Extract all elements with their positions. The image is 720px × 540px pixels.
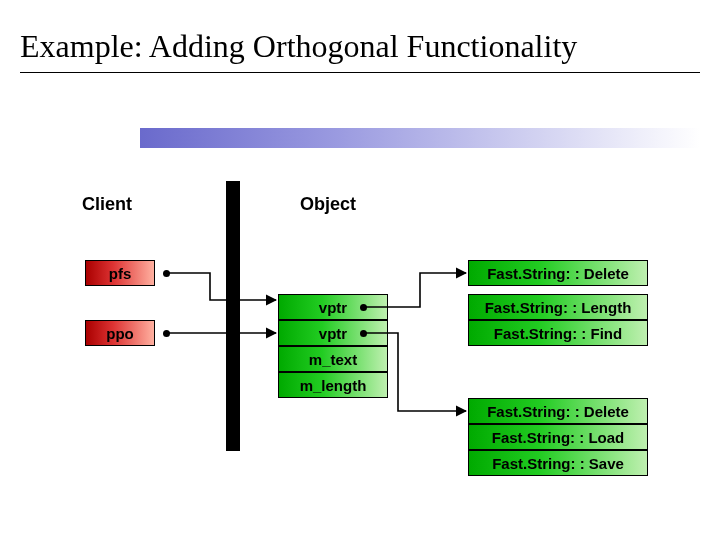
pointer-dot — [360, 330, 367, 337]
vtable1-m1: Fast.String: : Length — [485, 299, 632, 316]
object-vptr1-label: vptr — [319, 299, 347, 316]
object-m-text-label: m_text — [309, 351, 357, 368]
vtable2-m0: Fast.String: : Delete — [487, 403, 629, 420]
object-vptr2: vptr — [278, 320, 388, 346]
vtable1-m2: Fast.String: : Find — [494, 325, 622, 342]
vtable1-length: Fast.String: : Length — [468, 294, 648, 320]
vtable2-load: Fast.String: : Load — [468, 424, 648, 450]
object-vptr1: vptr — [278, 294, 388, 320]
vtable1-find: Fast.String: : Find — [468, 320, 648, 346]
object-m-text: m_text — [278, 346, 388, 372]
vtable2-save: Fast.String: : Save — [468, 450, 648, 476]
object-vptr2-label: vptr — [319, 325, 347, 342]
pointer-dot — [360, 304, 367, 311]
title-underline — [20, 72, 700, 73]
client-pfs-box: pfs — [85, 260, 155, 286]
pointer-dot — [163, 270, 170, 277]
heading-client: Client — [82, 194, 132, 215]
vtable2-delete: Fast.String: : Delete — [468, 398, 648, 424]
object-m-length: m_length — [278, 372, 388, 398]
client-ppo-label: ppo — [106, 325, 134, 342]
slide-title: Example: Adding Orthogonal Functionality — [20, 28, 577, 65]
vtable2-m1: Fast.String: : Load — [492, 429, 625, 446]
vtable2-m2: Fast.String: : Save — [492, 455, 624, 472]
separator-bar — [226, 181, 240, 451]
heading-object: Object — [300, 194, 356, 215]
client-ppo-box: ppo — [85, 320, 155, 346]
pointer-dot — [163, 330, 170, 337]
client-pfs-label: pfs — [109, 265, 132, 282]
vtable1-delete: Fast.String: : Delete — [468, 260, 648, 286]
accent-band — [140, 128, 700, 148]
vtable1-m0: Fast.String: : Delete — [487, 265, 629, 282]
object-m-length-label: m_length — [300, 377, 367, 394]
